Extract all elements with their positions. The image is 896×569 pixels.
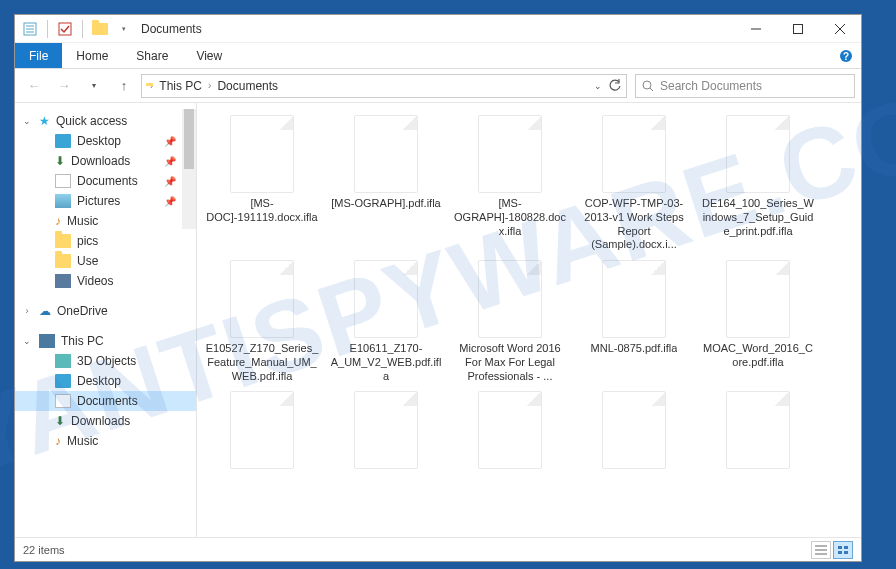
window-controls — [735, 15, 861, 43]
3d-icon — [55, 354, 71, 368]
file-name: MNL-0875.pdf.ifla — [591, 342, 678, 356]
icons-view-button[interactable] — [833, 541, 853, 559]
search-input[interactable]: Search Documents — [635, 74, 855, 98]
svg-rect-18 — [838, 551, 842, 554]
sidebar-onedrive[interactable]: › ☁ OneDrive — [15, 301, 196, 321]
label: pics — [77, 234, 98, 248]
sidebar-item-music[interactable]: ♪Music — [15, 431, 196, 451]
help-icon[interactable]: ? — [839, 43, 861, 68]
file-icon — [230, 391, 294, 469]
chevron-right-icon[interactable]: › — [21, 306, 33, 316]
tab-share[interactable]: Share — [122, 43, 182, 68]
tab-view[interactable]: View — [182, 43, 236, 68]
scrollbar-thumb[interactable] — [184, 109, 194, 169]
content-area: ⌄ ★ Quick access Desktop📌⬇Downloads📌Docu… — [15, 103, 861, 537]
minimize-button[interactable] — [735, 15, 777, 43]
label: Pictures — [77, 194, 120, 208]
recent-dropdown-icon[interactable]: ▾ — [81, 73, 107, 99]
sidebar-item-pics[interactable]: pics — [15, 231, 196, 251]
label: Desktop — [77, 134, 121, 148]
maximize-button[interactable] — [777, 15, 819, 43]
details-view-button[interactable] — [811, 541, 831, 559]
svg-line-12 — [650, 88, 653, 91]
label: This PC — [61, 334, 104, 348]
svg-point-11 — [643, 81, 651, 89]
file-item[interactable]: E10611_Z170-A_UM_V2_WEB.pdf.ifla — [329, 260, 443, 383]
sidebar-item-videos[interactable]: Videos — [15, 271, 196, 291]
file-name: COP-WFP-TMP-03-2013-v1 Work Steps Report… — [577, 197, 691, 252]
sidebar-item-documents[interactable]: Documents📌 — [15, 171, 196, 191]
scrollbar[interactable] — [182, 109, 196, 229]
pic-icon — [55, 194, 71, 208]
cloud-icon: ☁ — [39, 304, 51, 318]
music-icon: ♪ — [55, 214, 61, 228]
dropdown-icon[interactable]: ▾ — [115, 20, 133, 38]
address-dropdown-icon[interactable]: ⌄ — [594, 81, 602, 91]
file-item[interactable]: E10527_Z170_Series_Feature_Manual_UM_WEB… — [205, 260, 319, 383]
back-button[interactable]: ← — [21, 73, 47, 99]
file-item[interactable]: [MS-DOC]-191119.docx.ifla — [205, 115, 319, 252]
file-item[interactable] — [329, 391, 443, 473]
sidebar-quick-access[interactable]: ⌄ ★ Quick access — [15, 111, 196, 131]
label: Videos — [77, 274, 113, 288]
file-item[interactable] — [453, 391, 567, 473]
sidebar-item-documents[interactable]: Documents — [15, 391, 196, 411]
close-button[interactable] — [819, 15, 861, 43]
sidebar-item-pictures[interactable]: Pictures📌 — [15, 191, 196, 211]
file-item[interactable]: COP-WFP-TMP-03-2013-v1 Work Steps Report… — [577, 115, 691, 252]
file-item[interactable]: Microsoft Word 2016 For Max For Legal Pr… — [453, 260, 567, 383]
file-item[interactable]: MOAC_Word_2016_Core.pdf.ifla — [701, 260, 815, 383]
file-item[interactable] — [205, 391, 319, 473]
file-icon — [602, 260, 666, 338]
file-icon — [726, 391, 790, 469]
status-bar: 22 items — [15, 537, 861, 561]
label: Downloads — [71, 154, 130, 168]
sidebar-item-downloads[interactable]: ⬇Downloads — [15, 411, 196, 431]
file-name: E10527_Z170_Series_Feature_Manual_UM_WEB… — [205, 342, 319, 383]
file-name: [MS-DOC]-191119.docx.ifla — [205, 197, 319, 225]
tab-file[interactable]: File — [15, 43, 62, 68]
chevron-right-icon[interactable]: › — [150, 80, 153, 91]
file-item[interactable]: MNL-0875.pdf.ifla — [577, 260, 691, 383]
up-button[interactable]: ↑ — [111, 73, 137, 99]
breadcrumb-root[interactable]: This PC — [157, 79, 204, 93]
file-item[interactable]: [MS-OGRAPH].pdf.ifla — [329, 115, 443, 252]
sidebar-item-desktop[interactable]: Desktop📌 — [15, 131, 196, 151]
address-bar[interactable]: › This PC › Documents ⌄ — [141, 74, 627, 98]
file-icon — [478, 260, 542, 338]
pc-icon — [39, 334, 55, 348]
file-item[interactable]: [MS-OGRAPH]-180828.docx.ifla — [453, 115, 567, 252]
file-name: Microsoft Word 2016 For Max For Legal Pr… — [453, 342, 567, 383]
doc-icon — [55, 394, 71, 408]
monitor-icon — [55, 134, 71, 148]
music-icon: ♪ — [55, 434, 61, 448]
sidebar-item-3d-objects[interactable]: 3D Objects — [15, 351, 196, 371]
folder-icon — [91, 20, 109, 38]
chevron-right-icon[interactable]: › — [208, 80, 211, 91]
sidebar-item-desktop[interactable]: Desktop — [15, 371, 196, 391]
file-name: [MS-OGRAPH]-180828.docx.ifla — [453, 197, 567, 238]
file-icon — [602, 391, 666, 469]
chevron-down-icon[interactable]: ⌄ — [21, 116, 33, 126]
sidebar-item-use[interactable]: Use — [15, 251, 196, 271]
properties-icon[interactable] — [21, 20, 39, 38]
sidebar-this-pc[interactable]: ⌄ This PC — [15, 331, 196, 351]
monitor-icon — [55, 374, 71, 388]
file-list[interactable]: [MS-DOC]-191119.docx.ifla[MS-OGRAPH].pdf… — [197, 103, 861, 537]
tab-home[interactable]: Home — [62, 43, 122, 68]
sidebar-item-downloads[interactable]: ⬇Downloads📌 — [15, 151, 196, 171]
forward-button[interactable]: → — [51, 73, 77, 99]
file-item[interactable]: DE164_100_Series_Windows_7_Setup_Guide_p… — [701, 115, 815, 252]
download-icon: ⬇ — [55, 154, 65, 168]
chevron-down-icon[interactable]: ⌄ — [21, 336, 33, 346]
label: 3D Objects — [77, 354, 136, 368]
refresh-icon[interactable] — [608, 79, 622, 93]
explorer-window: ▾ Documents File Home Share View ? ← → ▾… — [14, 14, 862, 562]
file-item[interactable] — [577, 391, 691, 473]
file-item[interactable] — [701, 391, 815, 473]
checkbox-icon[interactable] — [56, 20, 74, 38]
window-title: Documents — [141, 22, 202, 36]
sidebar-item-music[interactable]: ♪Music — [15, 211, 196, 231]
breadcrumb-current[interactable]: Documents — [215, 79, 280, 93]
folder-icon — [55, 234, 71, 248]
